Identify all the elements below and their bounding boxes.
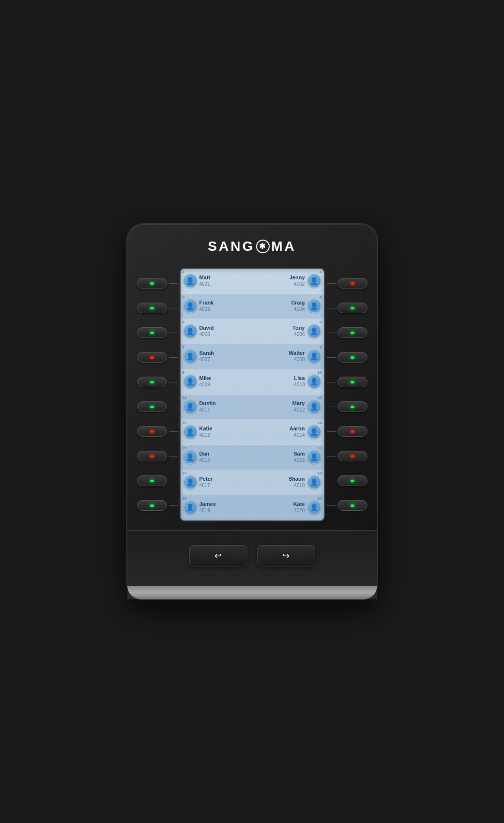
screen-row[interactable]: 19 👤 James 4019 20 👤 Kate 4020 xyxy=(181,495,324,520)
left-button-row-6 xyxy=(137,426,178,437)
cell-text: David 4005 xyxy=(199,325,214,337)
cell-number: 8 xyxy=(320,345,321,350)
led-right-4018 xyxy=(351,480,354,482)
cell-text: James 4019 xyxy=(199,501,216,513)
screen-row[interactable]: 17 👤 Peter 4017 18 👤 Shaun 4018 xyxy=(181,470,324,495)
cell-number: 2 xyxy=(320,270,321,274)
cell-number: 5 xyxy=(183,320,184,324)
cell-text: Sarah 4007 xyxy=(199,350,214,362)
contact-name: Shaun xyxy=(289,476,305,482)
left-button-row-0 xyxy=(137,278,178,289)
contact-cell-4012[interactable]: 12 👤 Mary 4012 xyxy=(252,395,324,419)
key-button-right-4014[interactable] xyxy=(337,426,367,437)
contact-cell-4018[interactable]: 18 👤 Shaun 4018 xyxy=(252,470,324,495)
logo-suffix: MA xyxy=(271,239,296,254)
contact-ext: 4018 xyxy=(289,483,305,488)
led-left-4019 xyxy=(150,504,154,507)
contact-cell-4013[interactable]: 13 👤 Katie 4013 xyxy=(181,420,253,444)
contact-cell-4011[interactable]: 11 👤 Dustin 4011 xyxy=(181,395,253,419)
key-button-right-4008[interactable] xyxy=(337,352,367,363)
left-button-row-8 xyxy=(137,475,178,486)
contact-cell-4004[interactable]: 4 👤 Craig 4004 xyxy=(252,294,324,319)
cell-number: 17 xyxy=(183,471,187,475)
contact-cell-4017[interactable]: 17 👤 Peter 4017 xyxy=(181,470,253,495)
led-right-4012 xyxy=(351,406,354,408)
led-right-4006 xyxy=(351,332,354,334)
key-button-left-4001[interactable] xyxy=(137,278,167,289)
key-button-right-4018[interactable] xyxy=(337,475,367,486)
key-button-right-4006[interactable] xyxy=(337,327,367,338)
key-button-left-4005[interactable] xyxy=(137,327,167,338)
avatar-icon: 👤 xyxy=(183,299,197,313)
key-button-left-4007[interactable] xyxy=(137,352,167,363)
cell-text: Mike 4009 xyxy=(199,375,211,387)
key-button-left-4003[interactable] xyxy=(137,303,167,313)
key-button-left-4019[interactable] xyxy=(137,500,167,511)
contact-ext: 4007 xyxy=(199,357,214,363)
right-button-row-4 xyxy=(327,377,367,387)
led-right-4016 xyxy=(351,455,354,457)
forward-button[interactable]: ↪ xyxy=(257,545,315,566)
key-button-right-4016[interactable] xyxy=(337,451,367,461)
contact-name: Mike xyxy=(199,375,211,381)
contact-name: Sarah xyxy=(199,350,214,356)
screen-row[interactable]: 13 👤 Katie 4013 14 👤 Aaron 4014 xyxy=(181,420,324,445)
contact-cell-4015[interactable]: 15 👤 Dan 4015 xyxy=(181,445,253,470)
contact-name: Walter xyxy=(289,350,305,356)
contact-cell-4005[interactable]: 5 👤 David 4005 xyxy=(181,319,253,344)
cell-number: 1 xyxy=(183,270,184,274)
key-button-right-4010[interactable] xyxy=(337,377,367,387)
screen-row[interactable]: 15 👤 Dan 4015 16 👤 Sam 4016 xyxy=(181,445,324,470)
screen-row[interactable]: 3 👤 Frank 4003 4 👤 Craig 4004 xyxy=(181,294,324,319)
contact-cell-4010[interactable]: 10 👤 Lisa 4010 xyxy=(252,369,324,394)
key-button-left-4013[interactable] xyxy=(137,426,167,437)
connector xyxy=(327,407,336,407)
contact-ext: 4011 xyxy=(199,407,216,413)
key-button-right-4004[interactable] xyxy=(337,303,367,313)
cell-number: 6 xyxy=(320,320,321,324)
contact-cell-4020[interactable]: 20 👤 Kate 4020 xyxy=(252,495,324,520)
key-button-left-4017[interactable] xyxy=(137,475,167,486)
screen-row[interactable]: 9 👤 Mike 4009 10 👤 Lisa 4010 xyxy=(181,369,324,395)
contact-cell-4001[interactable]: 1 👤 Matt 4001 xyxy=(181,269,253,293)
cell-number: 3 xyxy=(183,295,184,299)
key-button-right-4020[interactable] xyxy=(337,500,367,511)
avatar-icon: 👤 xyxy=(307,400,321,413)
key-button-right-4002[interactable] xyxy=(337,278,367,289)
cell-text: Dustin 4011 xyxy=(199,400,216,412)
contact-cell-4008[interactable]: 8 👤 Walter 4008 xyxy=(252,344,324,369)
led-left-4013 xyxy=(150,430,154,433)
avatar-icon: 👤 xyxy=(183,274,197,288)
contact-cell-4007[interactable]: 7 👤 Sarah 4007 xyxy=(181,344,253,369)
back-button[interactable]: ↩ xyxy=(189,545,247,566)
left-button-row-1 xyxy=(137,303,178,313)
screen-row[interactable]: 7 👤 Sarah 4007 8 👤 Walter 4008 xyxy=(181,344,324,369)
led-left-4007 xyxy=(150,356,154,359)
key-button-left-4015[interactable] xyxy=(137,451,167,461)
contact-cell-4014[interactable]: 14 👤 Aaron 4014 xyxy=(252,420,324,444)
contact-cell-4009[interactable]: 9 👤 Mike 4009 xyxy=(181,369,253,394)
contact-name: Jenny xyxy=(290,274,305,281)
contact-name: Aaron xyxy=(290,426,305,432)
avatar-icon: 👤 xyxy=(183,501,197,514)
key-button-left-4011[interactable] xyxy=(137,401,167,412)
contact-cell-4019[interactable]: 19 👤 James 4019 xyxy=(181,495,253,520)
connector xyxy=(169,382,178,382)
screen-row[interactable]: 5 👤 David 4005 6 👤 Tony 4006 xyxy=(181,319,324,344)
key-button-right-4012[interactable] xyxy=(337,401,367,412)
key-button-left-4009[interactable] xyxy=(137,377,167,387)
cell-number: 12 xyxy=(318,396,322,400)
connector xyxy=(327,456,336,457)
avatar-icon: 👤 xyxy=(183,375,197,388)
left-button-row-9 xyxy=(137,500,178,511)
contact-cell-4006[interactable]: 6 👤 Tony 4006 xyxy=(252,319,324,344)
contact-ext: 4015 xyxy=(199,457,210,463)
connector xyxy=(327,333,336,333)
contact-ext: 4019 xyxy=(199,508,216,514)
connector xyxy=(327,308,336,308)
screen-row[interactable]: 1 👤 Matt 4001 2 👤 Jenny 4002 xyxy=(181,269,324,294)
contact-cell-4016[interactable]: 16 👤 Sam 4016 xyxy=(252,445,324,470)
contact-cell-4002[interactable]: 2 👤 Jenny 4002 xyxy=(252,269,324,293)
screen-row[interactable]: 11 👤 Dustin 4011 12 👤 Mary 4012 xyxy=(181,395,324,420)
contact-cell-4003[interactable]: 3 👤 Frank 4003 xyxy=(181,294,253,319)
